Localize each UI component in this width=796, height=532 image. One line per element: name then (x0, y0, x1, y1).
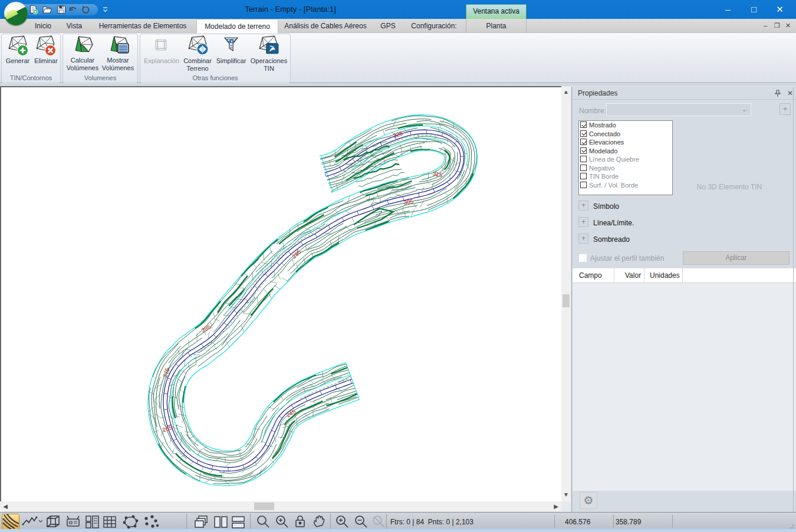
svg-text:305: 305 (403, 198, 414, 206)
svg-text:315: 315 (432, 170, 443, 178)
svg-text:285: 285 (200, 323, 212, 334)
svg-text:275: 275 (162, 367, 170, 378)
